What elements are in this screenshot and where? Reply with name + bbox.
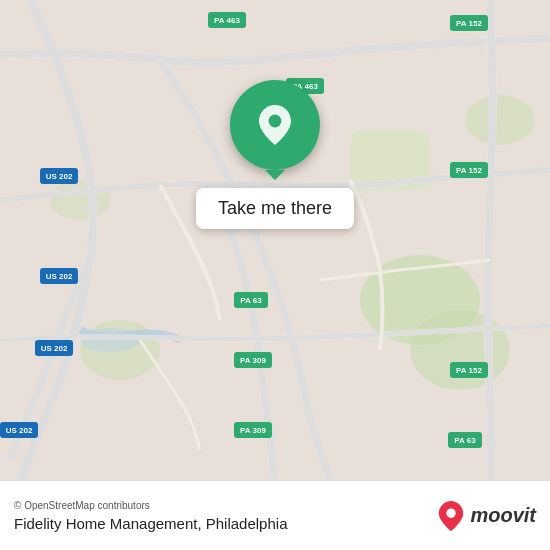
location-pin-icon <box>255 105 295 145</box>
popup-label: Take me there <box>218 198 332 218</box>
svg-text:PA 152: PA 152 <box>456 366 482 375</box>
svg-text:PA 463: PA 463 <box>214 16 240 25</box>
map-svg: PA 463 PA 152 PA 152 PA 152 PA 463 US 20… <box>0 0 550 480</box>
location-name: Fidelity Home Management, Philadelphia <box>14 515 438 532</box>
copyright-text: © OpenStreetMap contributors <box>14 500 438 511</box>
bottom-bar: © OpenStreetMap contributors Fidelity Ho… <box>0 480 550 550</box>
svg-text:US 202: US 202 <box>46 272 73 281</box>
svg-text:PA 152: PA 152 <box>456 166 482 175</box>
take-me-there-button[interactable]: Take me there <box>196 188 354 229</box>
pin-bubble <box>230 80 320 170</box>
svg-text:PA 63: PA 63 <box>454 436 476 445</box>
bottom-info: © OpenStreetMap contributors Fidelity Ho… <box>14 500 438 532</box>
svg-text:US 202: US 202 <box>41 344 68 353</box>
popup-connector <box>265 170 285 180</box>
map-container: PA 463 PA 152 PA 152 PA 152 PA 463 US 20… <box>0 0 550 480</box>
svg-rect-0 <box>0 0 550 480</box>
moovit-logo: moovit <box>438 501 536 531</box>
moovit-text: moovit <box>470 504 536 527</box>
svg-point-35 <box>447 508 456 517</box>
svg-point-4 <box>50 180 110 220</box>
svg-point-6 <box>465 95 535 145</box>
svg-point-34 <box>269 115 282 128</box>
moovit-pin-icon <box>438 501 464 531</box>
svg-text:US 202: US 202 <box>6 426 33 435</box>
svg-text:PA 152: PA 152 <box>456 19 482 28</box>
svg-text:PA 309: PA 309 <box>240 426 266 435</box>
location-popup[interactable]: Take me there <box>196 80 354 229</box>
svg-text:US 202: US 202 <box>46 172 73 181</box>
svg-point-7 <box>80 328 140 352</box>
svg-text:PA 63: PA 63 <box>240 296 262 305</box>
svg-text:PA 309: PA 309 <box>240 356 266 365</box>
